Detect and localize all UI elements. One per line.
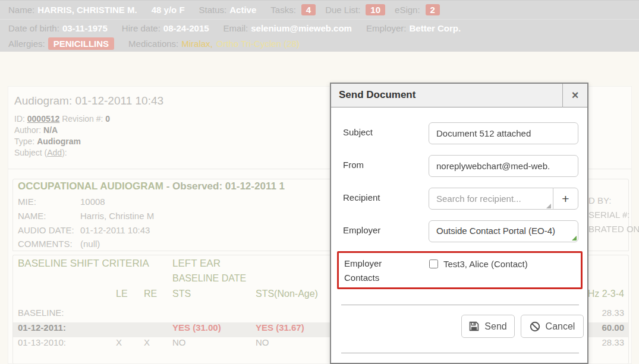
audiogram-title-observed: - Observed: 01-12-2011 1 xyxy=(163,181,285,192)
row-label: BASELINE: xyxy=(18,308,64,318)
allergies-label: Allergies: xyxy=(8,39,45,49)
subject-input[interactable] xyxy=(429,122,578,144)
esign-label: eSign: xyxy=(395,5,420,15)
row-sts-nonage-value: YES (31.67) xyxy=(256,322,304,333)
employer-contacts-label-line2: Contacts xyxy=(344,271,410,285)
status-label: Status: xyxy=(199,5,227,15)
baseline-section-title: BASELINE SHIFT CRITERIA xyxy=(18,258,149,270)
cancel-button-label: Cancel xyxy=(546,321,575,332)
due-list-count-badge[interactable]: 10 xyxy=(366,4,385,15)
recipient-search-input[interactable] xyxy=(429,188,553,210)
hire-date-value: 08-24-2015 xyxy=(163,23,209,33)
col-header-le: LE xyxy=(116,289,128,299)
audiogram-right-meta: BRATED ON xyxy=(588,224,639,234)
row-sts-value: NO xyxy=(172,337,186,347)
footer-divider-bottom xyxy=(341,353,579,353)
audiogram-title-main: OCCUPATIONAL AUDIOGRAM xyxy=(18,181,163,192)
audiogram-meta-row: NAME:Harris, Christine M xyxy=(18,211,154,221)
author-value: N/A xyxy=(43,125,58,135)
col-header-sts-nonage: STS(Non-Age) xyxy=(256,289,318,299)
meta-value: Harris, Christine M xyxy=(80,211,154,221)
row-label: 01-13-2010: xyxy=(18,337,66,347)
baseline-date-title: BASELINE DATE xyxy=(172,273,246,284)
status-value: Active xyxy=(229,5,256,15)
resize-handle-icon xyxy=(546,204,551,208)
subject-prefix: Subject ( xyxy=(14,148,47,157)
send-button-label: Send xyxy=(484,321,506,332)
employer-contact-name: Test3, Alice (Contact) xyxy=(443,259,528,269)
employer-select[interactable]: Outside Contact Portal (EO-4) xyxy=(429,220,578,242)
employer-contacts-label-line1: Employer xyxy=(344,257,410,271)
document-type-line: Type: Audiogram xyxy=(14,136,110,147)
row-label: 01-12-2011: xyxy=(18,322,66,333)
employer-value: Better Corp. xyxy=(409,23,461,33)
type-value: Audiogram xyxy=(37,137,81,146)
employer-contacts-label: Employer Contacts xyxy=(344,257,410,285)
patient-header-row-2: Date of birth: 03-11-1975 Hire date: 08-… xyxy=(0,20,639,36)
from-field-label: From xyxy=(343,160,364,170)
id-label: ID: xyxy=(14,114,25,124)
close-icon[interactable]: × xyxy=(562,84,587,107)
meta-label: MIE: xyxy=(18,197,80,207)
document-title: Audiogram: 01-12-2011 10:43 xyxy=(14,94,163,107)
modal-header[interactable]: Send Document × xyxy=(331,84,587,107)
revision-label: Revision #: xyxy=(62,114,103,124)
type-label: Type: xyxy=(14,137,34,146)
cancel-button[interactable]: Cancel xyxy=(521,315,584,338)
audiogram-right-meta: SERIAL #: xyxy=(588,210,629,220)
modal-title: Send Document xyxy=(339,89,415,101)
name-label: Name: xyxy=(8,5,34,15)
row-sts-value: YES (31.00) xyxy=(172,322,221,333)
cancel-icon xyxy=(530,321,540,332)
hire-date-label: Hire date: xyxy=(122,23,160,33)
employer-contact-option[interactable]: Test3, Alice (Contact) xyxy=(429,259,528,269)
medication-item-1[interactable]: Miralax, xyxy=(181,39,213,49)
meta-label: NAME: xyxy=(18,211,80,221)
recipient-field-label: Recipient xyxy=(343,192,380,202)
esign-count-badge[interactable]: 2 xyxy=(426,4,440,15)
document-meta: ID: 0000512 Revision #: 0 Author: N/A Ty… xyxy=(14,113,110,159)
meta-value: 01-12-2011 10:43 xyxy=(80,225,150,235)
allergy-badge[interactable]: PENICILLINS xyxy=(48,37,114,50)
audiogram-meta-row: COMMENTS:(null) xyxy=(18,239,100,249)
meta-value: (null) xyxy=(80,239,100,249)
annotation-highlight-box: Employer Contacts Test3, Alice (Contact) xyxy=(337,251,583,289)
employer-contact-checkbox[interactable] xyxy=(429,259,438,268)
document-subject-line: Subject (Add): xyxy=(14,147,110,159)
due-list-label: Due List: xyxy=(325,5,360,15)
employer-select-value: Outside Contact Portal (EO-4) xyxy=(436,226,555,236)
document-id-link[interactable]: 0000512 xyxy=(27,114,60,124)
send-button[interactable]: Send xyxy=(461,315,515,338)
col-header-sts: STS xyxy=(172,289,191,299)
from-input[interactable] xyxy=(429,155,578,177)
patient-name: HARRIS, CHRISTINE M. xyxy=(37,5,137,15)
email-label: Email: xyxy=(224,23,248,33)
dob-value: 03-11-1975 xyxy=(62,23,108,33)
send-document-modal: Send Document × Subject From Recipient +… xyxy=(330,83,588,364)
email-value: selenium@mieweb.com xyxy=(251,23,352,33)
meta-value: 10008 xyxy=(80,197,105,207)
document-id-line: ID: 0000512 Revision #: 0 xyxy=(14,113,110,125)
patient-header: Name: HARRIS, CHRISTINE M. 48 y/o F Stat… xyxy=(0,0,639,52)
revision-value: 0 xyxy=(105,114,110,124)
employer-field-label: Employer xyxy=(343,225,380,235)
save-icon xyxy=(469,321,479,331)
row-sts-nonage-value: NO xyxy=(256,337,269,347)
row-re-value: X xyxy=(144,337,150,347)
tasks-count-badge[interactable]: 4 xyxy=(301,4,316,15)
medication-item-2[interactable]: Ortho Tri-Cyclen (28) xyxy=(216,39,300,49)
patient-header-row-1: Name: HARRIS, CHRISTINE M. 48 y/o F Stat… xyxy=(0,1,639,20)
row-le-value: X xyxy=(116,337,122,347)
document-author-line: Author: N/A xyxy=(14,125,110,136)
tasks-label: Tasks: xyxy=(270,5,296,15)
subject-add-link[interactable]: Add xyxy=(47,148,62,157)
footer-divider-top xyxy=(341,305,579,305)
col-header-re: RE xyxy=(144,289,157,299)
patient-age-sex: 48 y/o F xyxy=(152,5,185,15)
meta-label: AUDIO DATE: xyxy=(18,225,80,235)
left-ear-title: LEFT EAR xyxy=(172,258,221,270)
patient-header-row-3: Allergies: PENICILLINS Medications: Mira… xyxy=(0,36,639,51)
author-label: Author: xyxy=(14,125,41,135)
audiogram-right-meta: D BY: xyxy=(588,195,611,205)
add-recipient-button[interactable]: + xyxy=(553,188,578,210)
